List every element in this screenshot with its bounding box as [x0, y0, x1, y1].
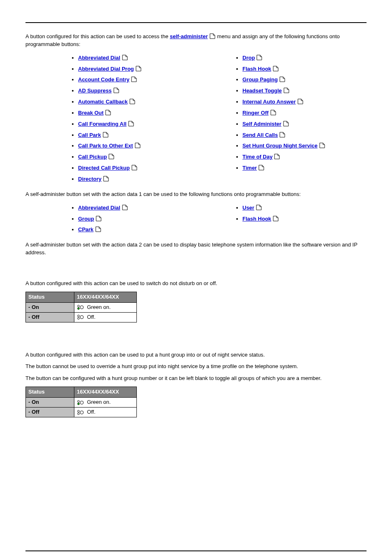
- list-item: Directory: [78, 174, 189, 185]
- list-item: Automatic Callback: [78, 97, 189, 108]
- page-icon: [105, 110, 111, 115]
- page-icon: [256, 205, 262, 210]
- list-item: Flash Hook: [242, 214, 353, 225]
- function-link[interactable]: Call Park to Other Ext: [78, 143, 133, 149]
- page-icon: [128, 121, 134, 127]
- data1-paragraph: A self-administer button set with the ac…: [25, 191, 367, 198]
- list-item: Set Hunt Group Night Service: [242, 140, 353, 152]
- page-icon: [134, 143, 141, 148]
- list-item: Break Out: [78, 108, 189, 119]
- function-link[interactable]: Drop: [242, 55, 255, 61]
- row2-on-label: - On: [26, 397, 74, 407]
- function-link[interactable]: Group: [78, 216, 94, 222]
- function-link[interactable]: Account Code Entry: [78, 76, 129, 83]
- svg-point-8: [80, 401, 83, 404]
- page-icon: [122, 205, 128, 210]
- function-link[interactable]: Call Forwarding All: [78, 121, 127, 127]
- svg-point-4: [78, 318, 80, 320]
- function-link[interactable]: Call Park: [78, 132, 101, 138]
- page-icon: [103, 176, 109, 182]
- function-link[interactable]: Send All Calls: [242, 132, 278, 138]
- row2-off-label: - Off: [26, 407, 74, 417]
- intro-text-before: A button configured for this action can …: [25, 33, 170, 39]
- ns-p3: The button can be configured with a hunt…: [25, 375, 367, 382]
- svg-point-3: [78, 315, 80, 317]
- list-item: Group Paging: [242, 74, 353, 85]
- list-item: Call Park: [78, 130, 189, 141]
- dnd-paragraph: A button configured with this action can…: [25, 280, 367, 288]
- page-icon: [131, 165, 138, 170]
- function-link[interactable]: Flash Hook: [242, 66, 271, 72]
- function-link[interactable]: AD Suppress: [78, 88, 112, 94]
- function-link[interactable]: Self Administer: [242, 121, 281, 127]
- page-icon: [283, 121, 289, 127]
- list-item: Directed Call Pickup: [78, 163, 189, 174]
- list-item: Timer: [242, 163, 353, 174]
- function-link[interactable]: Abbreviated Dial: [78, 205, 120, 211]
- function-link[interactable]: Time of Day: [242, 154, 272, 160]
- function-link[interactable]: Automatic Callback: [78, 99, 128, 105]
- function-link[interactable]: User: [242, 205, 254, 211]
- page-icon: [113, 88, 120, 93]
- row2-on-val: Green on.: [74, 397, 137, 407]
- function-link[interactable]: Directory: [78, 176, 101, 182]
- intro-paragraph: A button configured for this action can …: [25, 33, 367, 48]
- page-icon: [95, 226, 101, 232]
- functions-list-left: Abbreviated DialAbbreviated Dial ProgAcc…: [70, 53, 189, 185]
- svg-point-9: [78, 410, 80, 412]
- function-link[interactable]: Directed Call Pickup: [78, 165, 130, 171]
- self-administer-link[interactable]: self-administer: [170, 33, 208, 39]
- th-status-2: Status: [26, 387, 74, 398]
- svg-point-10: [78, 412, 80, 415]
- page-icon: [270, 110, 277, 115]
- led-green-icon: [77, 400, 84, 405]
- list-item: Call Park to Other Ext: [78, 140, 189, 152]
- data1-list-right: UserFlash Hook: [234, 203, 353, 225]
- function-link[interactable]: Headset Toggle: [242, 88, 282, 94]
- row-on-label: - On: [26, 302, 74, 312]
- list-item: Time of Day: [242, 152, 353, 163]
- function-link[interactable]: Internal Auto Answer: [242, 99, 296, 105]
- function-link[interactable]: Group Paging: [242, 76, 278, 83]
- th-status: Status: [26, 292, 74, 302]
- function-link[interactable]: Call Pickup: [78, 154, 107, 160]
- function-link[interactable]: Abbreviated Dial: [78, 55, 120, 61]
- led-off-icon: [77, 410, 84, 415]
- row2-off-val: Off.: [74, 407, 137, 417]
- page-icon: [272, 66, 279, 71]
- page-icon: [122, 55, 128, 60]
- dnd-status-table: Status 16XX/44XX/64XX - On Green on. - O…: [25, 292, 137, 322]
- function-link[interactable]: Break Out: [78, 110, 104, 116]
- list-item: Flash Hook: [242, 64, 353, 75]
- function-link[interactable]: CPark: [78, 226, 94, 233]
- row-off-label: - Off: [26, 312, 74, 322]
- page-icon: [279, 76, 286, 82]
- ns-p1: A button configured with this action can…: [25, 351, 367, 359]
- ns-status-table: Status 16XX/44XX/64XX - On Green on. - O…: [25, 387, 137, 417]
- list-item: Call Pickup: [78, 152, 189, 163]
- svg-point-5: [80, 315, 83, 319]
- page-icon: [108, 154, 115, 159]
- function-link[interactable]: Set Hunt Group Night Service: [242, 143, 318, 149]
- svg-point-6: [78, 400, 80, 402]
- list-item: CPark: [78, 224, 189, 235]
- list-item: Self Administer: [242, 119, 353, 130]
- list-item: AD Suppress: [78, 85, 189, 97]
- svg-point-1: [78, 308, 80, 310]
- function-link[interactable]: Flash Hook: [242, 216, 271, 222]
- page-icon: [129, 99, 136, 104]
- page-icon: [258, 165, 265, 170]
- page-icon: [256, 55, 263, 60]
- list-item: Headset Toggle: [242, 85, 353, 97]
- svg-point-11: [80, 411, 83, 414]
- th-model-2: 16XX/44XX/64XX: [74, 387, 137, 398]
- page-icon: [279, 132, 286, 138]
- function-link[interactable]: Ringer Off: [242, 110, 269, 116]
- led-off-icon: [77, 314, 84, 320]
- function-link[interactable]: Timer: [242, 165, 257, 171]
- page-icon: [135, 66, 142, 71]
- svg-point-2: [80, 306, 83, 309]
- page-icon: [297, 99, 304, 104]
- function-link[interactable]: Abbreviated Dial Prog: [78, 66, 134, 72]
- data1-list-left: Abbreviated DialGroupCPark: [70, 203, 189, 236]
